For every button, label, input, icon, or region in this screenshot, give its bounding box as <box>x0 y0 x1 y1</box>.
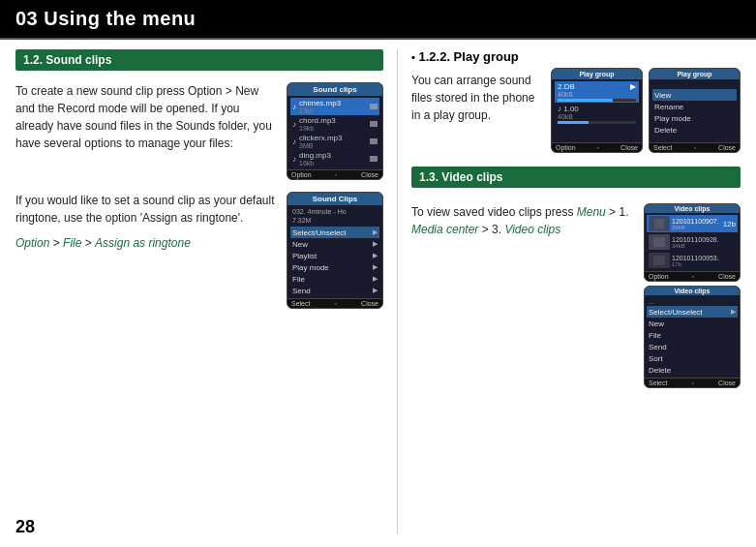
vc2-menu-send: Send <box>647 341 738 352</box>
video-clips-content: To view saved video clips press Menu > 1… <box>411 199 741 388</box>
pg2-delete: Delete <box>652 124 737 136</box>
video-clips-text: To view saved video clips press Menu > 1… <box>411 203 636 388</box>
page-number: 28 <box>15 517 35 537</box>
video-screen-2: Video clips ... Select/Unselect ▶ New Fi… <box>644 286 741 388</box>
left-column: 1.2. Sound clips To create a new sound c… <box>15 49 383 534</box>
main-content: 1.2. Sound clips To create a new sound c… <box>0 40 756 544</box>
sc2-menu-playmode: Play mode ▶ <box>290 261 379 273</box>
sound-clips-section-header: 1.2. Sound clips <box>15 49 383 71</box>
pg2-rename: Rename <box>652 101 737 112</box>
pg1-item-2: ♪ 1.00 40kB <box>555 104 639 125</box>
play-group-header: • 1.2.2. Play group <box>411 49 741 64</box>
ringtone-text-area: If you would like to set a sound clip as… <box>15 192 279 309</box>
page-header: 03 Using the menu <box>0 0 756 38</box>
play-group-content: You can arrange sound files stored in th… <box>411 68 741 153</box>
sc2-footer: Select ▪ Close <box>287 298 382 308</box>
pg1-item-1: 2.DB ▶ 40kB <box>555 81 639 103</box>
sc1-title: Sound clips <box>287 83 382 96</box>
vc2-title: Video clips <box>645 287 740 295</box>
vc2-footer: Select ▪ Close <box>645 378 740 387</box>
sc1-item-2: ♪ chord.mp3 19kb <box>290 115 379 133</box>
pg2-footer: Select ▪ Close <box>650 142 740 152</box>
pg2-playmode: Play mode <box>652 112 737 124</box>
pg1-body: 2.DB ▶ 40kB ♪ 1. <box>552 79 642 142</box>
play-group-text: You can arrange sound files stored in th… <box>411 72 543 147</box>
pg1-title: Play group <box>552 69 642 79</box>
header-title: 03 Using the menu <box>15 8 196 29</box>
sound-clips-intro-text: To create a new sound clip press Option … <box>15 82 279 180</box>
vc1-body: 120101100907. 29kB 12b 120101100928. <box>645 213 740 271</box>
vc1-item-2: 120101100928. 34kB <box>647 233 738 251</box>
video-clips-section-header: 1.3. Video clips <box>411 167 741 188</box>
vc2-menu-new: New <box>647 318 738 329</box>
vc2-body: ... Select/Unselect ▶ New File Send <box>645 295 740 378</box>
sc2-body: 032. 4minute - Ho 7.32M Select/Unselect … <box>287 205 382 298</box>
column-divider <box>397 49 398 534</box>
sound-clips-intro-area: To create a new sound clip press Option … <box>15 82 383 180</box>
sc2-menu-playlist: Playlist ▶ <box>290 250 379 261</box>
option-path: Option > File > Assign as ringtone <box>15 234 279 252</box>
sc1-body: ♪ chimes.mp3 13kb ♪ chord.mp3 19kb <box>287 96 382 169</box>
vc1-footer: Option ▪ Close <box>645 271 740 281</box>
play-group-screen-2: Play group View Rename Play mode <box>649 68 741 153</box>
sc1-item-3: ♪ clickerx.mp3 3MB <box>290 133 379 150</box>
vc2-menu-select: Select/Unselect ▶ <box>647 306 738 318</box>
sc2-title: Sound Clips <box>287 193 382 205</box>
sound-clips-ringtone-area: If you would like to set a sound clip as… <box>15 192 383 309</box>
sc2-menu-new: New ▶ <box>290 238 379 250</box>
sound-clips-screen-2: Sound Clips 032. 4minute - Ho 7.32M Sele… <box>287 192 383 309</box>
right-column: • 1.2.2. Play group You can arrange soun… <box>411 49 741 534</box>
play-group-screens: Play group 2.DB ▶ 40kB <box>551 68 741 153</box>
sc1-footer: Option ▪ Close <box>287 169 382 179</box>
vc2-menu-file: File <box>647 329 738 341</box>
vc2-menu-delete: Delete <box>647 364 738 376</box>
pg2-view: View <box>652 89 737 101</box>
svg-rect-1 <box>654 219 664 228</box>
vc1-title: Video clips <box>645 204 740 213</box>
sc2-menu-send: Send ▶ <box>290 285 379 296</box>
vc1-item-3: 120101100953. 17b <box>647 252 738 269</box>
sc2-menu-file: File ▶ <box>290 273 379 285</box>
video-screen-1: Video clips 120101100907. 29kB 12b <box>644 203 741 282</box>
pg2-body: View Rename Play mode Delete <box>650 79 740 142</box>
sound-clips-screen-1: Sound clips ♪ chimes.mp3 13kb ♪ <box>287 82 383 180</box>
video-screens-area: Video clips 120101100907. 29kB 12b <box>644 203 741 388</box>
pg1-footer: Option ▪ Close <box>552 142 642 152</box>
vc2-menu-sort: Sort <box>647 352 738 364</box>
svg-rect-3 <box>653 237 665 247</box>
play-group-screen-1: Play group 2.DB ▶ 40kB <box>551 68 643 153</box>
sc1-item-1: ♪ chimes.mp3 13kb <box>290 98 379 115</box>
pg2-title: Play group <box>650 69 740 79</box>
sc1-item-4: ♪ ding.mp3 16kb <box>290 150 379 167</box>
svg-rect-5 <box>653 256 665 265</box>
vc1-item-1: 120101100907. 29kB 12b <box>647 215 738 232</box>
sc2-menu-select: Select/Unselect ▶ <box>290 227 379 238</box>
play-group-section: • 1.2.2. Play group You can arrange soun… <box>411 49 741 153</box>
